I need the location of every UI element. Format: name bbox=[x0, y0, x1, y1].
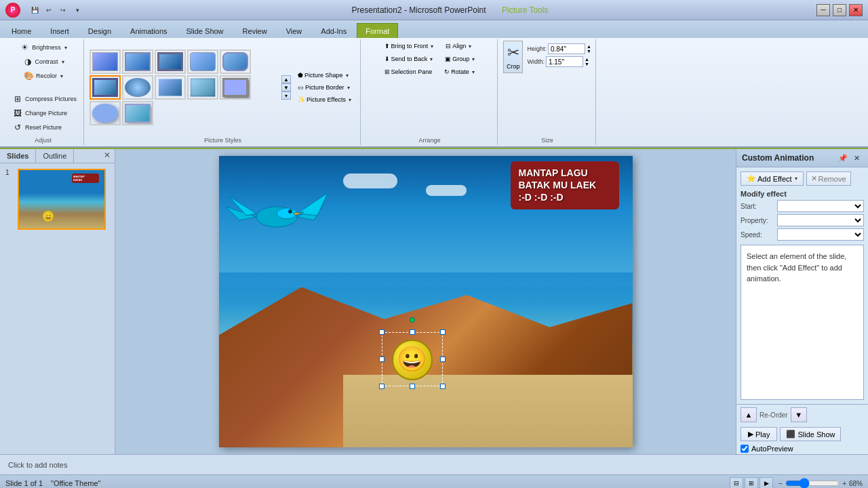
qa-dropdown[interactable]: ▾ bbox=[71, 4, 83, 16]
start-label: Start: bbox=[741, 203, 774, 210]
style-thumb-7[interactable] bbox=[122, 75, 153, 100]
reset-picture-button[interactable]: ↺ Reset Picture bbox=[9, 121, 64, 134]
remove-button[interactable]: ✕ Remove bbox=[806, 171, 851, 186]
tab-review[interactable]: Review bbox=[234, 23, 276, 38]
tab-design[interactable]: Design bbox=[79, 23, 120, 38]
width-spinners: ▲ ▼ bbox=[585, 57, 589, 66]
handle-br[interactable] bbox=[440, 384, 446, 389]
gallery-more[interactable]: ▾ bbox=[281, 92, 291, 100]
maximize-button[interactable]: □ bbox=[833, 4, 846, 16]
slideshow-button[interactable]: ⬛ Slide Show bbox=[780, 427, 841, 441]
reorder-down-button[interactable]: ▼ bbox=[791, 407, 807, 422]
office-logo: P bbox=[5, 3, 20, 18]
slide-show-button[interactable]: ▶ bbox=[760, 477, 773, 488]
save-button[interactable]: 💾 bbox=[28, 4, 41, 16]
panel-close-btn[interactable]: ✕ bbox=[850, 152, 863, 164]
style-thumb-4[interactable] bbox=[187, 49, 218, 74]
height-input[interactable] bbox=[548, 43, 585, 54]
rotation-handle[interactable] bbox=[410, 317, 415, 323]
speed-select[interactable] bbox=[777, 228, 864, 241]
autopreview-checkbox[interactable] bbox=[741, 445, 749, 453]
normal-view-button[interactable]: ⊟ bbox=[730, 477, 743, 488]
tab-animations[interactable]: Animations bbox=[121, 23, 176, 38]
handle-tr[interactable] bbox=[440, 329, 446, 335]
panel-pin-button[interactable]: 📌 bbox=[837, 152, 849, 164]
style-thumb-9[interactable] bbox=[187, 75, 218, 100]
handle-bc[interactable] bbox=[410, 384, 415, 389]
rotate-button[interactable]: ↻ Rotate▾ bbox=[439, 66, 479, 77]
handle-tl[interactable] bbox=[379, 329, 384, 335]
group-icon: ▣ bbox=[445, 56, 451, 62]
panel-close-button[interactable]: ✕ bbox=[100, 149, 115, 163]
width-input[interactable] bbox=[546, 56, 583, 67]
style-thumb-2[interactable] bbox=[122, 49, 153, 74]
redo-button[interactable]: ↪ bbox=[57, 4, 69, 16]
selected-object[interactable] bbox=[382, 332, 443, 386]
zoom-in-button[interactable]: + bbox=[842, 480, 846, 487]
style-thumb-6[interactable] bbox=[90, 75, 121, 100]
size-inputs: Height: ▲ ▼ Width: ▲ ▼ bbox=[527, 41, 591, 67]
property-select[interactable] bbox=[777, 214, 864, 226]
picture-effects-button[interactable]: ✨ Picture Effects▾ bbox=[293, 94, 356, 105]
tab-home[interactable]: Home bbox=[3, 23, 40, 38]
slide-sorter-button[interactable]: ⊞ bbox=[745, 477, 758, 488]
style-thumb-3[interactable] bbox=[155, 49, 186, 74]
reorder-up-button[interactable]: ▲ bbox=[741, 407, 757, 422]
zoom-slider[interactable] bbox=[785, 479, 840, 488]
picture-effects-icon: ✨ bbox=[298, 96, 305, 103]
group-button[interactable]: ▣ Group▾ bbox=[440, 54, 479, 64]
align-button[interactable]: ⊟ Align▾ bbox=[441, 41, 476, 52]
outline-tab[interactable]: Outline bbox=[36, 149, 74, 163]
picture-border-button[interactable]: ▭ Picture Border▾ bbox=[293, 82, 356, 93]
brightness-button[interactable]: ☀ Brightness ▾ bbox=[16, 41, 71, 54]
close-button[interactable]: ✕ bbox=[849, 4, 863, 16]
start-select[interactable] bbox=[777, 200, 864, 212]
send-to-back-button[interactable]: ⬇ Send to Back▾ bbox=[380, 54, 438, 64]
width-down[interactable]: ▼ bbox=[585, 62, 589, 66]
slide-thumbnail[interactable]: MANTAPBATAK 😀 bbox=[18, 169, 106, 230]
tab-format[interactable]: Format bbox=[357, 23, 398, 38]
gallery-up[interactable]: ▲ bbox=[281, 75, 291, 83]
adjust-label: Adjust bbox=[3, 137, 83, 144]
handle-tc[interactable] bbox=[410, 329, 415, 335]
notes-area[interactable]: Click to add notes bbox=[0, 454, 868, 474]
add-effect-button[interactable]: ⭐ Add Effect ▾ bbox=[741, 171, 804, 186]
gallery-down[interactable]: ▼ bbox=[281, 83, 291, 92]
crop-button[interactable]: ✂ Crop bbox=[503, 41, 524, 73]
picture-shape-button[interactable]: ⬟ Picture Shape▾ bbox=[293, 70, 356, 81]
slide-canvas[interactable]: MANTAP LAGU BATAK MU LAEK :-D :-D :-D bbox=[219, 156, 633, 447]
style-thumb-8[interactable] bbox=[155, 75, 186, 100]
minimize-button[interactable]: ─ bbox=[816, 4, 830, 16]
height-up[interactable]: ▲ bbox=[587, 44, 591, 49]
tab-insert[interactable]: Insert bbox=[41, 23, 78, 38]
selection-pane-button[interactable]: ⊞ Selection Pane bbox=[380, 66, 437, 77]
slide-text-box[interactable]: MANTAP LAGU BATAK MU LAEK :-D :-D :-D bbox=[511, 161, 619, 209]
tab-slideshow[interactable]: Slide Show bbox=[178, 23, 233, 38]
tab-view[interactable]: View bbox=[277, 23, 311, 38]
style-thumb-11[interactable] bbox=[90, 101, 121, 125]
style-thumb-10[interactable] bbox=[220, 75, 251, 100]
modify-label: Modify effect bbox=[741, 190, 864, 198]
slides-tab[interactable]: Slides bbox=[0, 149, 36, 163]
add-star-icon: ⭐ bbox=[747, 174, 756, 183]
style-thumb-5[interactable] bbox=[220, 49, 251, 74]
change-picture-button[interactable]: 🖼 Change Picture bbox=[9, 106, 70, 120]
handle-bl[interactable] bbox=[379, 384, 384, 389]
height-down[interactable]: ▼ bbox=[587, 49, 591, 54]
recolor-button[interactable]: 🎨 Recolor ▾ bbox=[16, 69, 71, 83]
handle-mr[interactable] bbox=[440, 357, 446, 362]
undo-button[interactable]: ↩ bbox=[43, 4, 55, 16]
contrast-button[interactable]: ◑ Contrast ▾ bbox=[16, 55, 71, 68]
zoom-out-button[interactable]: − bbox=[778, 480, 783, 487]
width-up[interactable]: ▲ bbox=[585, 57, 589, 62]
style-thumb-1[interactable] bbox=[90, 49, 121, 74]
style-thumb-12[interactable] bbox=[122, 101, 153, 125]
width-label: Width: bbox=[527, 58, 545, 65]
picture-styles-group: ▲ ▼ ▾ ⬟ Picture Shape▾ ▭ Picture Border▾ bbox=[85, 39, 361, 145]
compress-pictures-button[interactable]: ⊞ Compress Pictures bbox=[9, 92, 79, 106]
bring-to-front-button[interactable]: ⬆ Bring to Front▾ bbox=[380, 41, 439, 52]
bird-clipart[interactable] bbox=[219, 183, 334, 237]
tab-addins[interactable]: Add-Ins bbox=[312, 23, 355, 38]
play-button[interactable]: ▶ Play bbox=[741, 427, 777, 441]
handle-ml[interactable] bbox=[379, 357, 384, 362]
